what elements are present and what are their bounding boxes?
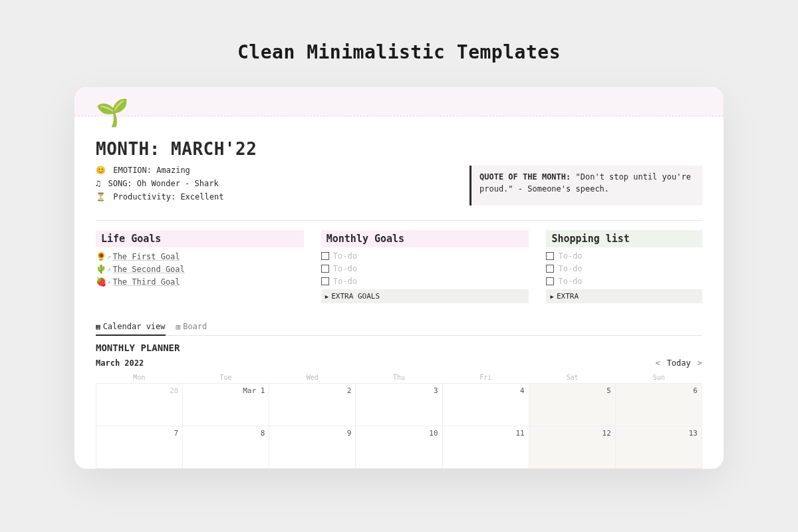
triangle-right-icon: ▶ — [325, 293, 329, 300]
seedling-icon[interactable]: 🌱 — [96, 99, 724, 126]
calendar-cell[interactable]: 8 — [183, 426, 269, 469]
calendar-dow: Tue — [182, 372, 269, 383]
smile-icon: 😊 — [96, 166, 106, 175]
calendar-day-number: 11 — [515, 429, 524, 438]
shopping-todo-item[interactable]: To-do — [546, 264, 702, 273]
checkbox-icon[interactable] — [546, 265, 554, 273]
calendar-dow: Mon — [96, 372, 182, 383]
page-title[interactable]: MONTH: MARCH'22 — [96, 139, 702, 159]
goal-emoji-icon: 🌻 — [96, 251, 106, 261]
calendar-cell[interactable]: 6 — [616, 384, 702, 426]
shopping-list-header: Shopping list — [546, 230, 702, 247]
calendar-dow: Sat — [529, 372, 615, 383]
monthly-todo-item[interactable]: To-do — [321, 264, 529, 273]
meta-song[interactable]: ♫ SONG: Oh Wonder - Shark — [96, 179, 448, 188]
life-goal-link[interactable]: 🍓↗The Third Goal — [96, 277, 304, 287]
meta-emotion-label: EMOTION: — [113, 166, 152, 175]
shopping-todo-item[interactable]: To-do — [546, 277, 702, 286]
meta-emotion[interactable]: 😊 EMOTION: Amazing — [96, 166, 448, 175]
view-tabs: ▦ Calendar view ▥ Board — [96, 322, 702, 336]
calendar-dow: Sun — [616, 372, 702, 383]
todo-label: To-do — [333, 264, 357, 273]
monthly-goals-header: Monthly Goals — [321, 230, 529, 247]
goal-emoji-icon: 🍓 — [96, 277, 106, 287]
life-goal-label: The Third Goal — [112, 277, 180, 287]
board-icon: ▥ — [176, 323, 181, 331]
calendar-day-number: 13 — [689, 429, 698, 438]
monthly-todo-item[interactable]: To-do — [321, 251, 529, 261]
calendar-dow-row: MonTueWedThuFriSatSun — [96, 372, 702, 383]
meta-productivity-label: Productivity: — [113, 192, 176, 201]
calendar-dow: Wed — [269, 372, 356, 383]
link-arrow-icon: ↗ — [107, 279, 110, 285]
calendar-day-number: Mar 1 — [243, 386, 265, 395]
life-goal-link[interactable]: 🌻↗The First Goal — [96, 251, 304, 261]
calendar-day-number: 5 — [606, 386, 611, 395]
calendar-dow: Thu — [356, 372, 442, 383]
calendar-day-number: 10 — [429, 429, 438, 438]
monthly-todo-item[interactable]: To-do — [321, 277, 529, 286]
checkbox-icon[interactable] — [546, 252, 554, 260]
tab-calendar-view[interactable]: ▦ Calendar view — [96, 322, 166, 336]
calendar-dow: Fri — [442, 372, 529, 383]
calendar-cell[interactable]: 9 — [269, 426, 356, 469]
calendar-cell[interactable]: 11 — [443, 426, 529, 469]
divider — [96, 220, 702, 221]
tab-board[interactable]: ▥ Board — [176, 322, 207, 331]
calendar-cell[interactable]: Mar 1 — [183, 384, 269, 426]
meta-productivity-value: Excellent — [180, 192, 223, 201]
music-note-icon: ♫ — [96, 179, 100, 188]
meta-emotion-value: Amazing — [156, 166, 190, 175]
calendar-cell[interactable]: 4 — [443, 384, 529, 426]
page-heading: Clean Minimalistic Templates — [0, 0, 798, 87]
life-goal-label: The First Goal — [112, 252, 180, 261]
life-goal-link[interactable]: 🌵↗The Second Goal — [96, 264, 304, 274]
calendar-cell[interactable]: 5 — [529, 384, 616, 426]
calendar-grid: 28Mar 12345678910111213 — [96, 383, 702, 469]
triangle-right-icon: ▶ — [550, 293, 553, 300]
calendar-cell[interactable]: 10 — [356, 426, 442, 469]
quote-label: QUOTE OF THE MONTH: — [479, 172, 571, 182]
checkbox-icon[interactable] — [546, 277, 554, 285]
link-arrow-icon: ↗ — [107, 253, 110, 260]
link-arrow-icon: ↗ — [107, 266, 110, 273]
meta-song-value: Oh Wonder - Shark — [137, 179, 219, 188]
calendar-prev-button[interactable]: < — [655, 358, 660, 368]
calendar-cell[interactable]: 13 — [616, 426, 702, 469]
calendar-day-number: 8 — [261, 429, 265, 438]
checkbox-icon[interactable] — [321, 265, 329, 273]
meta-properties: 😊 EMOTION: Amazing ♫ SONG: Oh Wonder - S… — [96, 166, 448, 205]
calendar-nav: < Today > — [655, 358, 702, 368]
meta-song-label: SONG: — [108, 179, 132, 188]
checkbox-icon[interactable] — [321, 252, 329, 260]
planner-title: MONTHLY PLANNER — [96, 342, 702, 353]
todo-label: To-do — [333, 251, 357, 261]
calendar-today-button[interactable]: Today — [667, 358, 691, 368]
calendar-cell[interactable]: 3 — [356, 384, 442, 426]
calendar-cell[interactable]: 28 — [96, 384, 183, 426]
shopping-list-column: Shopping list To-doTo-doTo-do ▶ EXTRA — [546, 230, 702, 303]
checkbox-icon[interactable] — [321, 277, 329, 285]
quote-of-month[interactable]: QUOTE OF THE MONTH: "Don't stop until yo… — [469, 166, 702, 205]
extra-shopping-label: EXTRA — [557, 292, 579, 301]
tab-board-label: Board — [183, 322, 207, 331]
template-card: 🌱 MONTH: MARCH'22 😊 EMOTION: Amazing ♫ S… — [74, 87, 724, 469]
calendar-next-button[interactable]: > — [698, 358, 702, 368]
todo-label: To-do — [558, 277, 582, 286]
calendar-cell[interactable]: 12 — [529, 426, 616, 469]
meta-productivity[interactable]: ⏳ Productivity: Excellent — [96, 192, 448, 201]
calendar-day-number: 3 — [434, 386, 438, 395]
calendar-cell[interactable]: 2 — [269, 384, 356, 426]
life-goals-column: Life Goals 🌻↗The First Goal🌵↗The Second … — [96, 230, 304, 303]
life-goals-header: Life Goals — [96, 230, 304, 247]
calendar-cell[interactable]: 7 — [96, 426, 183, 469]
extra-goals-toggle[interactable]: ▶ EXTRA GOALS — [321, 289, 529, 303]
calendar-icon: ▦ — [96, 323, 100, 331]
goal-emoji-icon: 🌵 — [96, 264, 106, 274]
extra-shopping-toggle[interactable]: ▶ EXTRA — [546, 289, 702, 303]
shopping-todo-item[interactable]: To-do — [546, 251, 702, 261]
todo-label: To-do — [558, 251, 582, 261]
extra-goals-label: EXTRA GOALS — [331, 292, 380, 301]
tab-calendar-label: Calendar view — [103, 322, 166, 331]
calendar-month-label[interactable]: March 2022 — [96, 358, 144, 368]
